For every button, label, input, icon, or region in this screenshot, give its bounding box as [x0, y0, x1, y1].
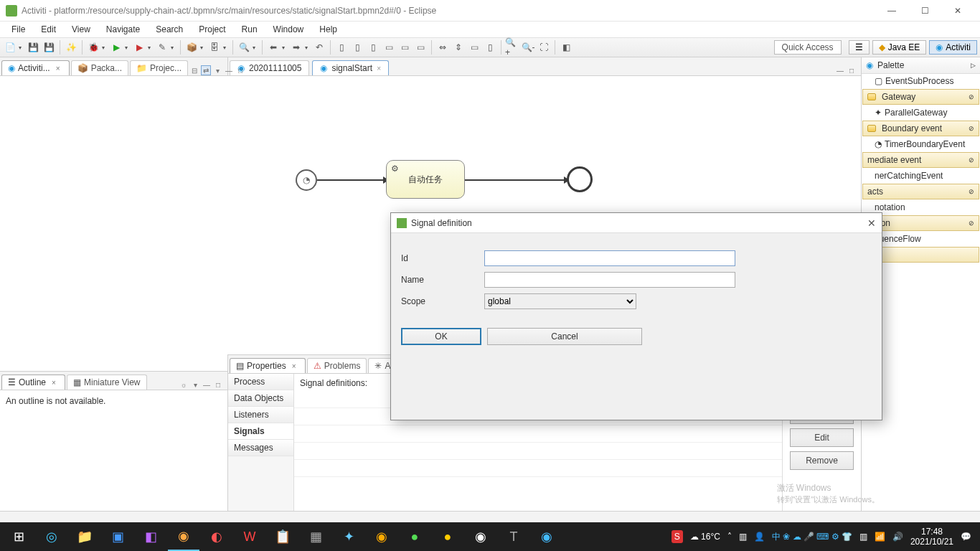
nav-prev-icon[interactable]: ⬅ — [266, 40, 281, 55]
tab-miniature[interactable]: ▦Miniature View — [67, 375, 146, 390]
tab-problems[interactable]: ⚠Problems — [307, 358, 367, 373]
menu-file[interactable]: File — [4, 23, 32, 36]
new-icon[interactable]: 📄 — [3, 40, 17, 55]
editor-tab-2[interactable]: ◉signalStart× — [312, 60, 389, 75]
menu-edit[interactable]: Edit — [34, 23, 63, 36]
prop-cat-messages[interactable]: Messages — [228, 440, 293, 456]
task-app[interactable]: ◧ — [135, 522, 166, 551]
minimize-button[interactable]: — — [875, 0, 908, 22]
menu-search[interactable]: Search — [149, 23, 190, 36]
tray-icon[interactable]: ▥ — [859, 532, 867, 542]
zoom-fit-icon[interactable]: ⛶ — [537, 40, 551, 55]
align-left-icon[interactable]: ▯ — [334, 40, 349, 55]
menu-window[interactable]: Window — [266, 23, 311, 36]
task-app[interactable]: W — [234, 522, 265, 551]
start-button[interactable]: ⊞ — [3, 522, 34, 551]
dist-v-icon[interactable]: ⇕ — [451, 40, 466, 55]
bpmn-start-event[interactable]: ◔ — [296, 169, 317, 191]
task-app[interactable]: ✦ — [333, 522, 364, 551]
edit-button[interactable]: Edit — [790, 428, 854, 447]
tab-project-explorer[interactable]: 📁Projec... — [130, 60, 188, 75]
task-app[interactable]: ◉ — [531, 522, 562, 551]
task-app[interactable]: 📁 — [69, 522, 100, 551]
palette-item-timerboundary[interactable]: ◔TimerBoundaryEvent — [862, 137, 980, 151]
save-icon[interactable]: 💾 — [26, 40, 40, 55]
align-mid-icon[interactable]: ▭ — [397, 40, 412, 55]
view-menu-icon[interactable]: ▾ — [190, 380, 200, 390]
prop-cat-signals[interactable]: Signals — [228, 423, 293, 440]
tray-icons[interactable]: 中 ❀ ☁ 🎤 ⌨ ⚙ 👕 — [772, 531, 852, 543]
maximize-button[interactable]: ☐ — [908, 0, 941, 22]
zoom-in-icon[interactable]: 🔍+ — [505, 40, 519, 55]
maximize-view-icon[interactable]: □ — [235, 65, 245, 75]
debug-icon[interactable]: 🐞 — [86, 40, 100, 55]
maximize-view-icon[interactable]: □ — [213, 380, 223, 390]
gear-icon[interactable]: ☼ — [179, 380, 189, 390]
close-icon[interactable]: × — [289, 361, 299, 371]
close-icon[interactable]: × — [377, 65, 381, 72]
task-app[interactable]: ● — [432, 522, 463, 551]
menu-view[interactable]: View — [65, 23, 98, 36]
align-center-icon[interactable]: ▯ — [350, 40, 364, 55]
task-app[interactable]: ◉ — [366, 522, 397, 551]
scope-select[interactable]: global — [484, 293, 636, 309]
minimize-view-icon[interactable]: — — [202, 380, 212, 390]
volume-icon[interactable]: 🔊 — [892, 532, 903, 542]
close-icon[interactable]: × — [53, 63, 63, 73]
new-pkg-icon[interactable]: 📦 — [184, 40, 199, 55]
match-h-icon[interactable]: ▯ — [483, 40, 497, 55]
minimize-editor-icon[interactable]: — — [835, 65, 845, 75]
weather-widget[interactable]: ☁ 16°C — [690, 532, 720, 542]
quick-access[interactable]: Quick Access — [774, 40, 842, 55]
task-app[interactable]: ◎ — [36, 522, 67, 551]
task-app[interactable]: 📋 — [267, 522, 298, 551]
maximize-editor-icon[interactable]: □ — [847, 65, 857, 75]
run-icon[interactable]: ▶ — [109, 40, 123, 55]
bpmn-sequence-flow[interactable] — [317, 179, 386, 181]
name-input[interactable] — [484, 272, 735, 288]
bpmn-service-task[interactable]: ⚙ 自动任务 — [386, 160, 465, 199]
tray-people-icon[interactable]: 👤 — [754, 532, 765, 542]
tray-icon[interactable]: ▥ — [739, 532, 747, 542]
palette-cat-intermediate[interactable]: mediate event⊘ — [862, 152, 979, 168]
menu-help[interactable]: Help — [312, 23, 344, 36]
task-app[interactable]: T — [498, 522, 529, 551]
palette-cat-gateway[interactable]: Gateway⊘ — [862, 89, 979, 105]
task-app[interactable]: ◐ — [201, 522, 232, 551]
dist-h-icon[interactable]: ⇔ — [435, 40, 450, 55]
brush-icon[interactable]: ✎ — [155, 40, 169, 55]
prop-cat-data-objects[interactable]: Data Objects — [228, 390, 293, 407]
zoom-out-icon[interactable]: 🔍- — [521, 40, 535, 55]
task-app[interactable]: ◉ — [168, 522, 199, 551]
menu-project[interactable]: Project — [192, 23, 232, 36]
close-button[interactable]: ✕ — [941, 0, 974, 22]
id-input[interactable] — [484, 250, 735, 266]
prop-cat-listeners[interactable]: Listeners — [228, 407, 293, 423]
notifications-icon[interactable]: 💬 — [961, 532, 971, 542]
wand-icon[interactable]: ✨ — [64, 40, 78, 55]
bpmn-sequence-flow[interactable] — [465, 179, 567, 181]
windows-taskbar[interactable]: ⊞ ◎ 📁 ▣ ◧ ◉ ◐ W 📋 ▦ ✦ ◉ ● ● ◉ T ◉ S ☁ 16… — [0, 522, 980, 551]
dialog-close-button[interactable]: ✕ — [867, 217, 876, 229]
wifi-icon[interactable]: 📶 — [875, 532, 885, 542]
palette-cat-acts[interactable]: acts⊘ — [862, 184, 979, 199]
close-icon[interactable]: × — [49, 377, 59, 387]
align-top-icon[interactable]: ▭ — [382, 40, 396, 55]
tray-chevron-icon[interactable]: ˄ — [727, 532, 732, 542]
undo-icon[interactable]: ↶ — [312, 40, 326, 55]
save-all-icon[interactable]: 💾 — [42, 40, 56, 55]
nav-next-icon[interactable]: ➡ — [289, 40, 303, 55]
menu-navigate[interactable]: Navigate — [99, 23, 147, 36]
match-w-icon[interactable]: ▭ — [467, 40, 481, 55]
perspective-activiti[interactable]: ◉Activiti — [929, 40, 977, 55]
prop-cat-process[interactable]: Process — [228, 374, 293, 390]
layout-icon[interactable]: ◧ — [559, 40, 573, 55]
perspective-javaee[interactable]: ◆Java EE — [872, 40, 927, 55]
tab-package-explorer[interactable]: 📦Packa... — [71, 60, 128, 75]
ime-icon[interactable]: S — [672, 530, 683, 543]
align-bot-icon[interactable]: ▭ — [413, 40, 428, 55]
bpmn-end-event[interactable] — [567, 166, 593, 192]
task-app[interactable]: ◉ — [465, 522, 496, 551]
task-app[interactable]: ● — [399, 522, 430, 551]
run-ext-icon[interactable]: ▶ — [132, 40, 146, 55]
